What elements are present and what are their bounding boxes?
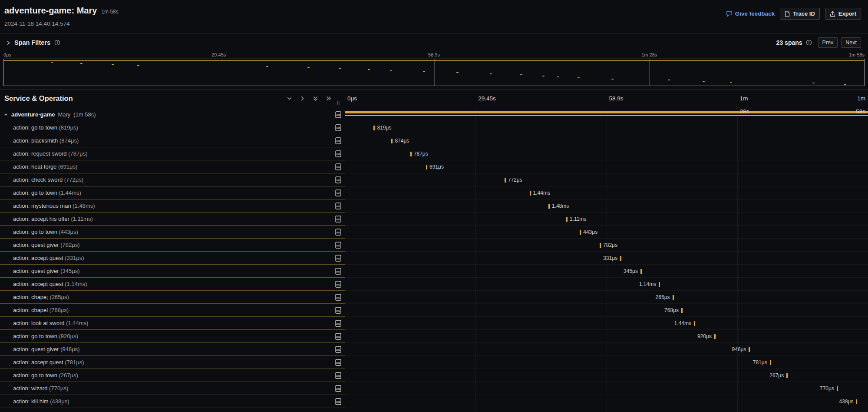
log-icon[interactable]: LOG [335, 124, 341, 131]
span-label-cell[interactable]: action: accept quest (781μs) LOG [0, 356, 345, 369]
span-label-cell[interactable]: action: go to town (819μs) LOG [0, 121, 345, 134]
span-tick[interactable] [640, 269, 642, 274]
span-label-cell[interactable]: action: look at sword (1.44ms) LOG [0, 317, 345, 330]
log-icon[interactable]: LOG [335, 385, 341, 392]
span-label-cell[interactable]: action: check sword (772μs) LOG [0, 173, 345, 186]
span-timeline-cell[interactable]: 920μs [345, 330, 868, 343]
span-tick[interactable] [600, 243, 601, 248]
span-label-cell[interactable]: action: chapel (768μs) LOG [0, 304, 345, 317]
span-tick[interactable] [770, 360, 771, 365]
span-timeline-cell[interactable]: 946μs [345, 343, 868, 356]
log-icon[interactable]: LOG [335, 281, 341, 288]
span-timeline-cell[interactable]: 1.44ms [345, 317, 868, 330]
log-icon[interactable]: LOG [335, 255, 341, 262]
span-label-cell[interactable]: action: mysterious man (1.48ms) LOG [0, 199, 345, 213]
span-tick[interactable] [856, 399, 857, 404]
root-span-timeline-cell[interactable] [345, 108, 868, 121]
log-icon[interactable]: LOG [335, 398, 341, 405]
span-tick[interactable] [714, 334, 716, 339]
span-tick[interactable] [786, 373, 788, 378]
trace-id-button[interactable]: Trace ID [780, 8, 820, 20]
span-timeline-cell[interactable]: 1.44ms [345, 186, 868, 199]
span-tick[interactable] [410, 152, 412, 156]
log-icon[interactable]: LOG [335, 346, 341, 353]
span-label-cell[interactable]: action: heat forge (691μs) LOG [0, 160, 345, 173]
log-icon[interactable]: LOG [335, 176, 341, 183]
log-icon[interactable]: LOG [335, 229, 341, 236]
info-icon[interactable] [54, 40, 60, 46]
log-icon[interactable]: LOG [335, 111, 341, 118]
span-tick[interactable] [530, 191, 531, 196]
span-timeline-cell[interactable]: 787μs [345, 147, 868, 160]
give-feedback-link[interactable]: Give feedback [726, 10, 775, 17]
span-tick[interactable] [673, 295, 674, 300]
log-icon[interactable]: LOG [335, 372, 341, 379]
collapse-all-icon[interactable] [313, 96, 318, 101]
span-label-cell[interactable]: action: go to town (267μs) LOG [0, 369, 345, 382]
span-label-cell[interactable]: action: kill him (438μs) LOG [0, 395, 345, 408]
span-timeline-cell[interactable]: 782μs [345, 239, 868, 252]
log-icon[interactable]: LOG [335, 294, 341, 301]
span-timeline-cell[interactable]: 770μs [345, 382, 868, 395]
span-tick[interactable] [681, 308, 683, 313]
span-filters-toggle[interactable]: Span Filters [6, 33, 60, 52]
span-label-cell[interactable]: action: quest giver (946μs) LOG [0, 343, 345, 356]
span-tick[interactable] [620, 256, 621, 261]
log-icon[interactable]: LOG [335, 189, 341, 196]
span-timeline-cell[interactable]: 265μs [345, 291, 868, 304]
span-timeline-cell[interactable]: 819μs [345, 121, 868, 134]
span-timeline-cell[interactable]: 1.48ms [345, 199, 868, 213]
span-timeline-cell[interactable]: 331μs [345, 252, 868, 265]
span-label-cell[interactable]: action: go to town (443μs) LOG [0, 226, 345, 239]
span-tick[interactable] [391, 139, 393, 143]
span-tick[interactable] [837, 386, 838, 391]
next-button[interactable]: Next [841, 37, 861, 48]
span-tick[interactable] [694, 321, 695, 326]
span-label-cell[interactable]: action: quest giver (782μs) LOG [0, 239, 345, 252]
span-label-cell[interactable]: action: accept his offer (1.11ms) LOG [0, 213, 345, 226]
span-label-cell[interactable]: action: quest giver (345μs) LOG [0, 265, 345, 278]
log-icon[interactable]: LOG [335, 268, 341, 275]
trace-minimap[interactable] [3, 59, 865, 86]
log-icon[interactable]: LOG [335, 242, 341, 249]
span-tick[interactable] [373, 126, 375, 130]
span-timeline-cell[interactable]: 267μs [345, 369, 868, 382]
span-tick[interactable] [749, 347, 750, 352]
export-button[interactable]: Export [825, 8, 861, 20]
span-tick[interactable] [580, 230, 581, 235]
span-tick[interactable] [566, 217, 568, 222]
span-timeline-cell[interactable]: 691μs [345, 160, 868, 173]
log-icon[interactable]: LOG [335, 359, 341, 366]
column-divider[interactable] [345, 90, 345, 412]
span-timeline-cell[interactable]: 781μs [345, 356, 868, 369]
span-timeline-cell[interactable]: 768μs [345, 304, 868, 317]
root-span-label-cell[interactable]: adventure-game Mary (1m 58s) LOG [0, 108, 345, 121]
span-label-cell[interactable]: action: blacksmith (874μs) LOG [0, 134, 345, 147]
log-icon[interactable]: LOG [335, 137, 341, 144]
log-icon[interactable]: LOG [335, 203, 341, 209]
span-tick[interactable] [505, 178, 506, 183]
span-timeline-cell[interactable]: 772μs [345, 173, 868, 186]
log-icon[interactable]: LOG [335, 216, 341, 223]
expand-one-icon[interactable] [300, 96, 305, 101]
column-resize-handle[interactable]: || [337, 100, 340, 105]
root-span-bar[interactable] [345, 111, 868, 113]
expand-all-icon[interactable] [326, 96, 331, 101]
chevron-down-icon[interactable] [3, 112, 8, 117]
collapse-one-icon[interactable] [287, 96, 292, 101]
span-label-cell[interactable]: action: chape; (265μs) LOG [0, 291, 345, 304]
span-timeline-cell[interactable]: 874μs [345, 134, 868, 147]
span-timeline-cell[interactable]: 1.14ms [345, 278, 868, 291]
log-icon[interactable]: LOG [335, 307, 341, 314]
span-timeline-cell[interactable]: 345μs [345, 265, 868, 278]
span-tick[interactable] [548, 204, 550, 209]
span-label-cell[interactable]: action: accept quest (1.14ms) LOG [0, 278, 345, 291]
span-timeline-cell[interactable]: 1.11ms [345, 213, 868, 226]
span-timeline-cell[interactable]: 443μs [345, 226, 868, 239]
info-icon[interactable] [806, 40, 812, 46]
span-label-cell[interactable]: action: accept quest (331μs) LOG [0, 252, 345, 265]
log-icon[interactable]: LOG [335, 163, 341, 170]
prev-button[interactable]: Prev [818, 37, 838, 48]
span-tick[interactable] [426, 165, 427, 169]
log-icon[interactable]: LOG [335, 333, 341, 340]
